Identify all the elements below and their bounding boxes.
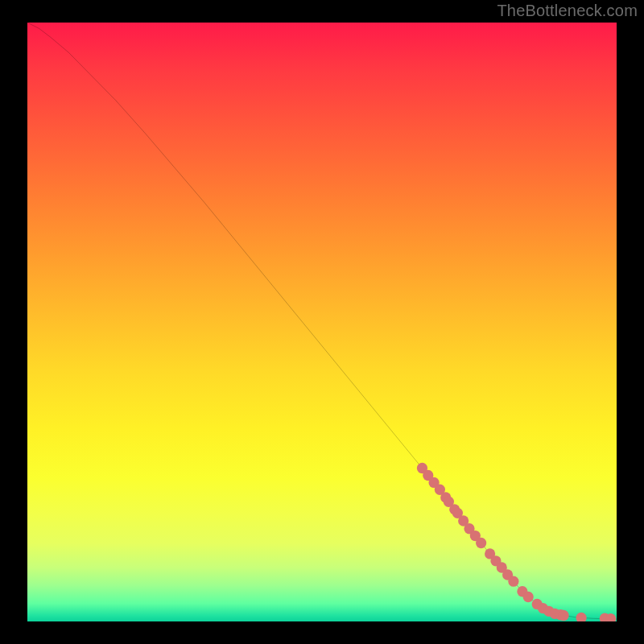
plot-area [27,23,617,621]
curve-marker [523,592,534,602]
bottleneck-curve [27,23,617,619]
chart-overlay [27,23,617,621]
attribution-text: TheBottleneck.com [497,2,638,20]
curve-marker [508,576,518,586]
marker-group [417,463,616,621]
curve-marker [476,538,486,548]
plot-inner [27,23,617,621]
curve-marker [576,613,586,621]
chart-frame: TheBottleneck.com [0,0,644,644]
curve-marker [559,610,569,621]
